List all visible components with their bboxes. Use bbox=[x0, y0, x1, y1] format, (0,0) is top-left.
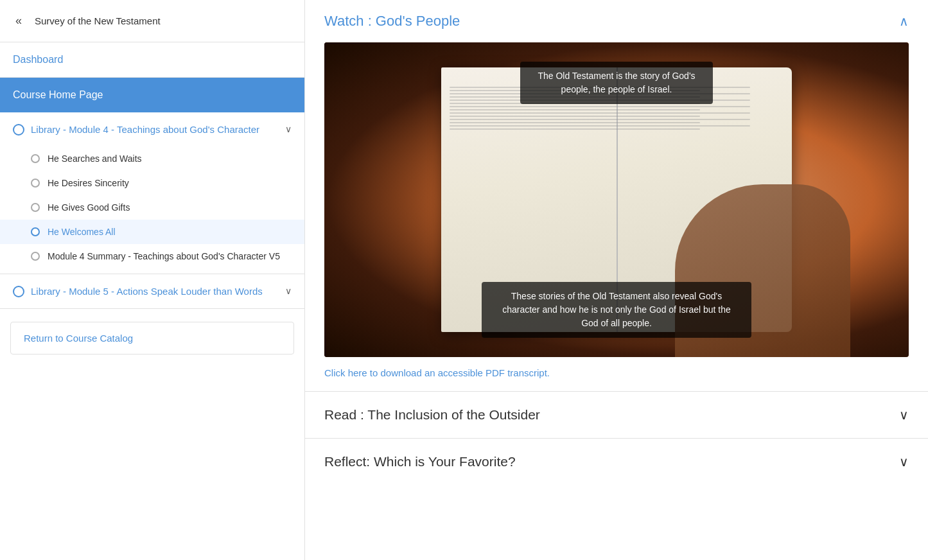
reflect-chevron-icon: ∨ bbox=[899, 454, 909, 469]
module5-header[interactable]: Library - Module 5 - Actions Speak Loude… bbox=[0, 274, 304, 308]
watch-section: Watch : God's People ∧ bbox=[305, 0, 928, 392]
lesson-circle-gifts bbox=[31, 203, 40, 212]
sidebar: « Survey of the New Testament Dashboard … bbox=[0, 0, 305, 560]
module4-section: Library - Module 4 - Teachings about God… bbox=[0, 112, 304, 274]
lesson-circle-searches bbox=[31, 154, 40, 163]
bible-line bbox=[450, 106, 750, 107]
bible-line bbox=[450, 128, 700, 130]
module4-lesson-list: He Searches and Waits He Desires Sinceri… bbox=[0, 146, 304, 274]
read-chevron-icon: ∨ bbox=[899, 407, 909, 423]
module5-chevron-icon: ∨ bbox=[285, 286, 292, 296]
watch-section-title: Watch : God's People bbox=[324, 13, 460, 30]
bible-line bbox=[450, 122, 700, 123]
bible-line bbox=[450, 125, 750, 127]
module4-circle bbox=[13, 124, 24, 136]
sidebar-header: « Survey of the New Testament bbox=[0, 0, 304, 42]
lesson-circle-welcomes bbox=[31, 227, 40, 236]
module4-header[interactable]: Library - Module 4 - Teachings about God… bbox=[0, 112, 304, 146]
module5-circle bbox=[13, 286, 24, 297]
reflect-section-title: Reflect: Which is Your Favorite? bbox=[324, 454, 516, 469]
watch-section-header[interactable]: Watch : God's People ∧ bbox=[305, 0, 928, 30]
module5-title: Library - Module 5 - Actions Speak Loude… bbox=[31, 284, 279, 298]
course-title: Survey of the New Testament bbox=[35, 15, 161, 26]
lesson-item-summary[interactable]: Module 4 Summary - Teachings about God's… bbox=[0, 244, 304, 268]
transcript-link[interactable]: Click here to download an accessible PDF… bbox=[305, 357, 928, 391]
lesson-label-sincerity: He Desires Sincerity bbox=[48, 178, 129, 188]
lesson-item-gifts[interactable]: He Gives Good Gifts bbox=[0, 195, 304, 220]
back-icon: « bbox=[15, 14, 22, 28]
lesson-label-welcomes: He Welcomes All bbox=[48, 227, 116, 237]
video-placeholder[interactable]: The Old Testament is the story of God's … bbox=[324, 42, 909, 357]
lesson-label-summary: Module 4 Summary - Teachings about God's… bbox=[48, 251, 280, 261]
watch-chevron-icon: ∧ bbox=[899, 13, 909, 29]
bible-line bbox=[450, 109, 700, 110]
module4-chevron-icon: ∨ bbox=[285, 124, 292, 134]
lesson-item-searches[interactable]: He Searches and Waits bbox=[0, 146, 304, 171]
lesson-item-welcomes[interactable]: He Welcomes All bbox=[0, 220, 304, 244]
video-caption-top: The Old Testament is the story of God's … bbox=[520, 62, 713, 104]
lesson-circle-sincerity bbox=[31, 179, 40, 188]
lesson-label-gifts: He Gives Good Gifts bbox=[48, 202, 130, 213]
lesson-circle-summary bbox=[31, 252, 40, 261]
module5-section: Library - Module 5 - Actions Speak Loude… bbox=[0, 274, 304, 309]
bible-line bbox=[450, 112, 750, 114]
main-content: Watch : God's People ∧ bbox=[305, 0, 928, 560]
read-section[interactable]: Read : The Inclusion of the Outsider ∨ bbox=[305, 392, 928, 439]
reflect-section[interactable]: Reflect: Which is Your Favorite? ∨ bbox=[305, 439, 928, 485]
read-section-title: Read : The Inclusion of the Outsider bbox=[324, 407, 540, 423]
bible-line bbox=[450, 116, 700, 117]
back-button[interactable]: « bbox=[10, 12, 27, 30]
lesson-item-sincerity[interactable]: He Desires Sincerity bbox=[0, 171, 304, 195]
video-container: The Old Testament is the story of God's … bbox=[305, 30, 928, 357]
course-home-button[interactable]: Course Home Page bbox=[0, 78, 304, 112]
dashboard-link[interactable]: Dashboard bbox=[0, 42, 304, 78]
bible-line bbox=[450, 119, 750, 120]
module4-title: Library - Module 4 - Teachings about God… bbox=[31, 123, 279, 136]
return-button[interactable]: Return to Course Catalog bbox=[10, 322, 294, 354]
video-caption-bottom: These stories of the Old Testament also … bbox=[482, 282, 751, 338]
lesson-label-searches: He Searches and Waits bbox=[48, 153, 142, 164]
